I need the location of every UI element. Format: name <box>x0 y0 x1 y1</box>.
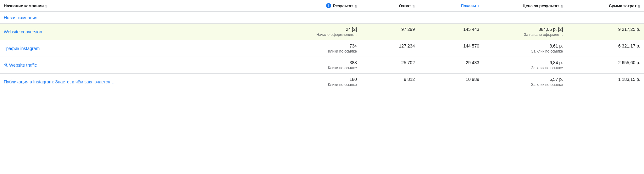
sum-value: 1 183,15 р. <box>570 77 640 82</box>
result-sub-label: Начало оформления… <box>274 32 357 37</box>
table-row: Публикация в Instagram: Знаете, в чём за… <box>0 74 644 90</box>
col-sum-label: Сумма затрат <box>609 3 636 8</box>
col-price-sort-icon: ⇅ <box>560 5 563 8</box>
shows-cell: 144 570 <box>419 40 483 57</box>
sum-value: – <box>570 15 640 20</box>
campaign-name-cell: ⚗Website traffic <box>0 57 270 74</box>
result-main-value: 388 <box>274 60 357 65</box>
reach-value: 25 702 <box>364 60 415 65</box>
campaign-name-cell: Новая кампания <box>0 12 270 24</box>
campaign-name-cell: Website conversion <box>0 24 270 40</box>
result-sub-label: Клики по ссылке <box>274 66 357 70</box>
col-header-result[interactable]: i Результат ⇅ <box>270 0 361 12</box>
table-row: Трафик instagram734Клики по ссылке127 23… <box>0 40 644 57</box>
table-header-row: Название кампании ⇅ i Результат ⇅ Охват … <box>0 0 644 12</box>
col-header-campaign[interactable]: Название кампании ⇅ <box>0 0 270 12</box>
result-sub-label: Клики по ссылке <box>274 49 357 53</box>
price-sub-label: За клик по ссылке <box>487 66 563 70</box>
price-main-value: 6,57 р. <box>487 77 563 82</box>
result-sub-label: Клики по ссылке <box>274 82 357 87</box>
reach-value: 9 812 <box>364 77 415 82</box>
col-header-price[interactable]: Цена за результат ⇅ <box>483 0 567 12</box>
price-sub-label: За начало оформле… <box>487 32 563 37</box>
col-result-sort-icon: ⇅ <box>354 5 357 8</box>
price-main-value: 384,05 р. [2] <box>487 27 563 32</box>
table-row: Новая кампания––––– <box>0 12 644 24</box>
reach-value: 97 299 <box>364 27 415 32</box>
price-sub-label: За клик по ссылке <box>487 49 563 53</box>
col-price-label: Цена за результат <box>523 3 559 8</box>
shows-value: 10 989 <box>422 77 479 82</box>
campaign-link[interactable]: ⚗Website traffic <box>4 63 37 68</box>
table-row: Website conversion24 [2]Начало оформлени… <box>0 24 644 40</box>
campaign-name-cell: Трафик instagram <box>0 40 270 57</box>
result-main-value: 180 <box>274 77 357 82</box>
sum-cell: 6 321,17 р. <box>567 40 644 57</box>
result-cell: 24 [2]Начало оформления… <box>270 24 361 40</box>
reach-value: 127 234 <box>364 43 415 48</box>
shows-cell: 29 433 <box>419 57 483 74</box>
col-sum-sort-icon: ⇅ <box>638 5 640 8</box>
col-shows-label: Показы <box>461 3 476 8</box>
reach-cell: 9 812 <box>361 74 419 90</box>
shows-cell: – <box>419 12 483 24</box>
price-main-value: 6,84 р. <box>487 60 563 65</box>
result-cell: 734Клики по ссылке <box>270 40 361 57</box>
col-header-sum[interactable]: Сумма затрат ⇅ <box>567 0 644 12</box>
price-cell: 6,57 р.За клик по ссылке <box>483 74 567 90</box>
sum-value: 9 217,25 р. <box>570 27 640 32</box>
sum-value: 6 321,17 р. <box>570 43 640 48</box>
sum-cell: 1 183,15 р. <box>567 74 644 90</box>
result-info-icon[interactable]: i <box>326 3 331 8</box>
campaigns-table-container: Название кампании ⇅ i Результат ⇅ Охват … <box>0 0 644 90</box>
price-cell: – <box>483 12 567 24</box>
campaign-link[interactable]: Публикация в Instagram: Знаете, в чём за… <box>4 79 115 84</box>
reach-cell: 25 702 <box>361 57 419 74</box>
sum-cell: 2 655,60 р. <box>567 57 644 74</box>
price-cell: 6,84 р.За клик по ссылке <box>483 57 567 74</box>
col-result-label: Результат <box>333 3 353 8</box>
result-main-value: – <box>274 15 357 20</box>
col-reach-sort-icon: ⇅ <box>412 5 415 8</box>
shows-cell: 10 989 <box>419 74 483 90</box>
reach-cell: 127 234 <box>361 40 419 57</box>
price-sub-label: За клик по ссылке <box>487 82 563 87</box>
price-main-value: – <box>487 15 563 20</box>
col-header-reach[interactable]: Охват ⇅ <box>361 0 419 12</box>
campaign-name-cell: Публикация в Instagram: Знаете, в чём за… <box>0 74 270 90</box>
col-shows-sort-icon: ↓ <box>477 4 479 8</box>
result-main-value: 734 <box>274 43 357 48</box>
price-cell: 384,05 р. [2]За начало оформле… <box>483 24 567 40</box>
result-cell: 388Клики по ссылке <box>270 57 361 74</box>
campaign-link[interactable]: Трафик instagram <box>4 46 40 51</box>
reach-cell: – <box>361 12 419 24</box>
col-campaign-label: Название кампании <box>4 3 44 8</box>
shows-cell: 145 443 <box>419 24 483 40</box>
shows-value: – <box>422 15 479 20</box>
result-cell: 180Клики по ссылке <box>270 74 361 90</box>
reach-value: – <box>364 15 415 20</box>
sum-value: 2 655,60 р. <box>570 60 640 65</box>
result-cell: – <box>270 12 361 24</box>
col-campaign-sort-icon: ⇅ <box>45 5 47 8</box>
result-main-value: 24 [2] <box>274 27 357 32</box>
shows-value: 144 570 <box>422 43 479 48</box>
shows-value: 29 433 <box>422 60 479 65</box>
col-reach-label: Охват <box>399 3 411 8</box>
price-cell: 8,61 р.За клик по ссылке <box>483 40 567 57</box>
sum-cell: – <box>567 12 644 24</box>
campaign-link[interactable]: Новая кампания <box>4 15 37 20</box>
reach-cell: 97 299 <box>361 24 419 40</box>
price-main-value: 8,61 р. <box>487 43 563 48</box>
shows-value: 145 443 <box>422 27 479 32</box>
col-header-shows[interactable]: Показы ↓ <box>419 0 483 12</box>
campaign-link[interactable]: Website conversion <box>4 29 42 34</box>
table-row: ⚗Website traffic388Клики по ссылке25 702… <box>0 57 644 74</box>
sum-cell: 9 217,25 р. <box>567 24 644 40</box>
campaigns-table: Название кампании ⇅ i Результат ⇅ Охват … <box>0 0 644 90</box>
flask-icon: ⚗ <box>4 63 8 68</box>
